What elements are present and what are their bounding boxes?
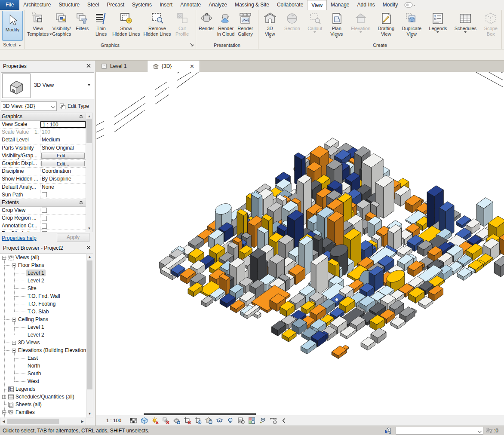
detail-level-icon[interactable] — [130, 417, 137, 424]
scroll-up-icon[interactable]: ▲ — [86, 254, 93, 260]
model-sphere[interactable] — [335, 298, 338, 301]
ribbon-button-duplicate-view[interactable]: Duplicate View — [398, 10, 425, 41]
property-value[interactable]: Coordination — [40, 168, 86, 175]
tree-item-label[interactable]: East — [26, 355, 39, 361]
property-value[interactable] — [40, 191, 86, 199]
tree-item-label[interactable]: Elevations (Building Elevation — [17, 347, 86, 354]
property-section-extents[interactable]: Extents — [0, 199, 86, 207]
ribbon-button-legends[interactable]: Legends — [425, 10, 451, 41]
edit-button[interactable]: Edit... — [41, 161, 85, 167]
tree-item-groups[interactable]: Groups — [0, 416, 86, 417]
tree-item-label[interactable]: Views (all) — [14, 254, 40, 261]
ribbon-tab-modify[interactable]: Modify — [379, 0, 402, 10]
scroll-down-icon[interactable]: ▼ — [86, 225, 92, 232]
tree-item-label[interactable]: Site — [26, 285, 38, 292]
dropdown-caret-icon[interactable] — [464, 31, 467, 33]
render-dialog-icon[interactable] — [173, 417, 180, 424]
view-tab-3d[interactable]: {3D}✕ — [148, 61, 200, 72]
tree-item-label[interactable]: Level 1 — [26, 324, 46, 331]
ribbon-button-modify[interactable]: Modify — [2, 11, 23, 41]
tree-item-label[interactable]: West — [26, 378, 40, 385]
ribbon-tab-systems[interactable]: Systems — [128, 0, 156, 10]
ribbon-button-elevation[interactable]: Elevation — [347, 10, 374, 41]
tree-item-north[interactable]: North — [0, 362, 86, 370]
design-options-chevron-icon[interactable] — [478, 429, 482, 433]
checkbox[interactable] — [42, 216, 47, 221]
tree-item-south[interactable]: South — [0, 370, 86, 377]
tree-item-sheets-all[interactable]: Sheets (all) — [0, 401, 86, 408]
worksharing-display-icon[interactable] — [248, 417, 255, 424]
annotation-line[interactable] — [155, 95, 169, 104]
view-scale-input[interactable]: 1 : 100 — [40, 121, 86, 128]
ribbon-button-plan-views[interactable]: Plan Views — [326, 10, 347, 41]
tree-item-label[interactable]: Groups — [14, 417, 34, 417]
tree-item-east[interactable]: East — [0, 354, 86, 362]
property-value[interactable]: Show Original — [40, 144, 86, 152]
tree-item-label[interactable]: South — [26, 370, 42, 377]
properties-scrollbar[interactable]: ▲ ▼ — [86, 113, 93, 232]
tree-item-site[interactable]: Site — [0, 285, 86, 292]
ribbon-tab-annotate[interactable]: Annotate — [176, 0, 205, 10]
crop-region-icon[interactable] — [194, 417, 202, 424]
annotation-line[interactable] — [96, 135, 104, 139]
displaced-elements-icon[interactable] — [259, 417, 266, 424]
dialog-launcher-icon[interactable] — [190, 43, 194, 47]
annotation-line[interactable] — [176, 72, 201, 88]
tree-item-label[interactable]: Families — [14, 409, 36, 416]
ribbon-button-show-hidden-lines[interactable]: Show Hidden Lines — [111, 10, 141, 41]
collapse-chevron-icon[interactable] — [79, 114, 83, 119]
tree-item-label[interactable]: Floor Plans — [17, 262, 46, 269]
shadows-icon[interactable] — [162, 417, 169, 424]
tree-item-label[interactable]: North — [26, 362, 41, 369]
annotation-line[interactable] — [501, 72, 503, 73]
ribbon-button-visibility-graphics[interactable]: Visibility/ Graphics — [50, 10, 73, 41]
ribbon-button-scope-box[interactable]: Scope Box — [480, 10, 501, 41]
sun-path-icon[interactable] — [151, 417, 159, 424]
property-value[interactable] — [40, 222, 86, 230]
ribbon-tab-view[interactable]: View — [307, 0, 327, 10]
type-selector[interactable]: 3D View — [1, 72, 94, 99]
property-value[interactable] — [40, 214, 86, 222]
view-scale-control[interactable]: 1 : 100 — [106, 418, 121, 423]
dropdown-caret-icon[interactable] — [436, 31, 439, 33]
dropdown-caret-icon[interactable] — [269, 37, 271, 38]
design-options-combo[interactable] — [396, 427, 483, 435]
view-tab-level-1[interactable]: Level 1 — [96, 61, 148, 72]
type-selector-caret-icon[interactable] — [87, 84, 91, 86]
tree-item-label[interactable]: T.O. Footing — [26, 300, 57, 307]
annotation-line[interactable] — [96, 121, 104, 126]
expand-icon[interactable] — [12, 341, 16, 345]
scroll-left-icon[interactable]: ◀ — [0, 418, 7, 425]
ribbon-tab-collaborate[interactable]: Collaborate — [273, 0, 307, 10]
property-value[interactable] — [40, 230, 86, 232]
browser-h-thumb[interactable] — [7, 419, 59, 424]
ribbon-tab-analyze[interactable]: Analyze — [205, 0, 231, 10]
ribbon-button-remove-hidden-lines[interactable]: Remove Hidden Lines — [141, 10, 172, 41]
reveal-constraints-icon[interactable] — [270, 417, 277, 424]
ribbon-tab-architecture[interactable]: Architecture — [19, 0, 55, 10]
tree-item-legends[interactable]: Legends — [0, 385, 86, 393]
properties-header[interactable]: Properties — [0, 61, 95, 72]
select-dropdown-icon[interactable] — [18, 45, 21, 46]
tree-item-label[interactable]: Level 2 — [26, 331, 46, 338]
drawing-area[interactable] — [96, 72, 504, 415]
tree-item-ceiling-plans[interactable]: Ceiling Plans — [0, 316, 86, 323]
browser-scroll-thumb[interactable] — [87, 260, 92, 389]
crop-view-icon[interactable] — [184, 417, 191, 424]
ribbon-tab-insert[interactable]: Insert — [156, 0, 176, 10]
ribbon-tab-steel[interactable]: Steel — [83, 0, 103, 10]
edit-type-button[interactable]: Edit Type — [59, 102, 94, 110]
tree-item-label[interactable]: T.O. Slab — [26, 308, 50, 315]
annotation-line[interactable] — [177, 72, 183, 73]
project-browser-header[interactable]: Project Browser - Project2 — [0, 243, 95, 253]
instance-combo-chevron-icon[interactable] — [51, 104, 55, 108]
ribbon-button-render-in-cloud[interactable]: Render in Cloud — [216, 10, 236, 41]
close-view-tab-icon[interactable]: ✕ — [179, 63, 194, 70]
dropdown-caret-icon[interactable] — [313, 31, 316, 33]
dropdown-caret-icon[interactable] — [49, 34, 52, 35]
temporary-hide-icon[interactable] — [216, 417, 223, 424]
edit-button[interactable]: Edit... — [41, 153, 85, 159]
tree-item-label[interactable]: Level 2 — [26, 277, 46, 284]
ribbon-button-schedules[interactable]: Schedules — [451, 10, 480, 41]
ribbon-button-cut-profile[interactable]: Cut Profile — [173, 10, 192, 41]
